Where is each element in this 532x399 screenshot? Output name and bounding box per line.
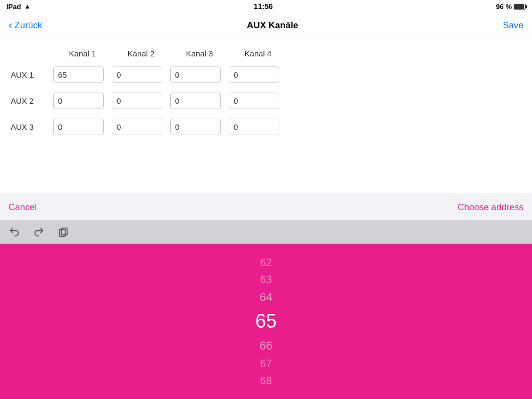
choose-address-button[interactable]: Choose address xyxy=(458,202,523,213)
status-right: 96 % xyxy=(496,3,526,11)
toolbar xyxy=(0,220,532,244)
number-picker: 62636465666768 xyxy=(0,244,532,399)
cancel-button[interactable]: Cancel xyxy=(9,202,37,213)
input-aux1-k3[interactable] xyxy=(170,66,221,83)
page-title: AUX Kanäle xyxy=(247,20,298,31)
aux-label-1: AUX 1 xyxy=(11,70,53,79)
picker-number-item[interactable]: 62 xyxy=(260,254,272,270)
input-aux3-k4[interactable] xyxy=(229,119,279,135)
action-bar: Cancel Choose address xyxy=(0,194,532,220)
input-aux3-k2[interactable] xyxy=(112,119,162,135)
picker-number-item[interactable]: 68 xyxy=(260,372,272,388)
input-aux1-k1[interactable] xyxy=(53,66,104,83)
table-row: AUX 2 xyxy=(11,88,521,113)
input-aux2-k2[interactable] xyxy=(112,93,162,109)
status-bar: iPad ▲ 11:56 96 % xyxy=(0,0,532,13)
battery-label: 96 % xyxy=(496,3,512,11)
back-button[interactable]: Zurück xyxy=(9,20,42,31)
redo-button[interactable] xyxy=(31,224,47,240)
redo-icon xyxy=(33,226,45,238)
paste-icon xyxy=(57,226,69,238)
picker-number-item[interactable]: 64 xyxy=(260,288,272,306)
col-header-1: Kanal 1 xyxy=(53,47,112,60)
paste-button[interactable] xyxy=(55,224,71,240)
picker-number-item[interactable]: 63 xyxy=(260,271,272,287)
undo-button[interactable] xyxy=(6,224,22,240)
table-area: Kanal 1 Kanal 2 Kanal 3 Kanal 4 AUX 1AUX… xyxy=(0,38,532,194)
aux-label-2: AUX 2 xyxy=(11,96,53,105)
time-display: 11:56 xyxy=(254,2,273,11)
device-label: iPad xyxy=(6,3,21,11)
input-aux2-k4[interactable] xyxy=(229,93,279,109)
table-body: AUX 1AUX 2AUX 3 xyxy=(11,62,521,139)
input-aux3-k1[interactable] xyxy=(53,119,104,135)
battery-fill xyxy=(514,4,524,9)
undo-icon xyxy=(9,226,20,238)
input-aux1-k2[interactable] xyxy=(112,66,162,83)
picker-number-item[interactable]: 66 xyxy=(260,337,272,354)
table-header-row: Kanal 1 Kanal 2 Kanal 3 Kanal 4 xyxy=(11,47,521,60)
table-row: AUX 1 xyxy=(11,62,521,87)
picker-number-item[interactable]: 65 xyxy=(255,307,277,336)
col-header-4: Kanal 4 xyxy=(229,47,287,60)
main-content: Kanal 1 Kanal 2 Kanal 3 Kanal 4 AUX 1AUX… xyxy=(0,38,532,194)
input-aux3-k3[interactable] xyxy=(170,119,221,135)
wifi-icon: ▲ xyxy=(24,3,30,10)
battery-icon xyxy=(514,4,526,10)
status-left: iPad ▲ xyxy=(6,3,30,11)
col-header-empty xyxy=(11,47,53,60)
input-aux1-k4[interactable] xyxy=(229,66,279,83)
input-aux2-k3[interactable] xyxy=(170,93,221,109)
picker-number-item[interactable]: 67 xyxy=(260,355,272,371)
picker-numbers: 62636465666768 xyxy=(255,254,277,388)
table-row: AUX 3 xyxy=(11,114,521,139)
aux-label-3: AUX 3 xyxy=(11,122,53,131)
save-button[interactable]: Save xyxy=(503,20,523,31)
nav-bar: Zurück AUX Kanäle Save xyxy=(0,13,532,38)
col-header-2: Kanal 2 xyxy=(112,47,170,60)
col-header-3: Kanal 3 xyxy=(170,47,229,60)
input-aux2-k1[interactable] xyxy=(53,93,104,109)
